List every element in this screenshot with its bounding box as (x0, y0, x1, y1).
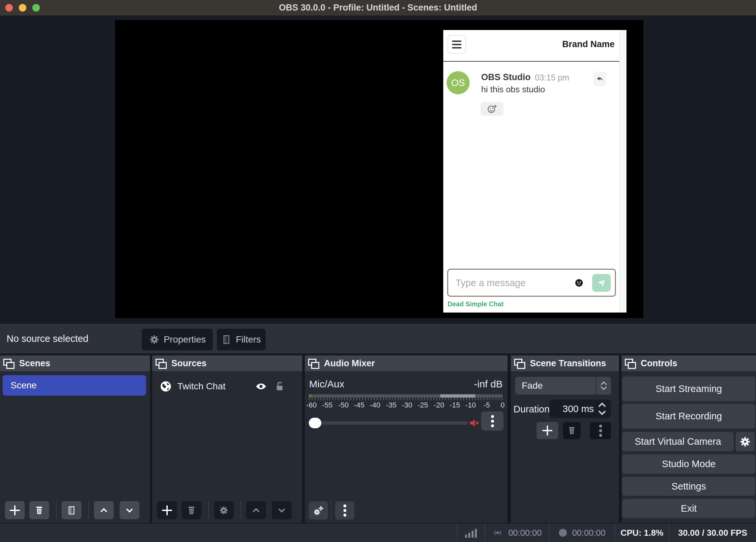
close-window-button[interactable] (5, 4, 13, 12)
minimize-window-button[interactable] (19, 4, 26, 12)
transition-properties-button[interactable] (590, 422, 611, 439)
advanced-audio-properties-button[interactable] (309, 501, 328, 520)
controls-dock-title: Controls (641, 358, 677, 369)
chevron-up-icon (99, 505, 109, 515)
hamburger-icon (452, 41, 461, 42)
start-virtual-camera-label: Start Virtual Camera (635, 436, 721, 447)
source-list-item[interactable]: Twitch Chat (152, 376, 302, 397)
scene-transitions-dock-header[interactable]: Scene Transitions (511, 356, 619, 371)
mixer-channel-menu-button[interactable] (481, 412, 504, 431)
remove-source-button[interactable] (182, 501, 201, 519)
dock-icon (625, 358, 635, 368)
start-streaming-button[interactable]: Start Streaming (622, 377, 755, 401)
chat-brand-name: Brand Name (562, 39, 615, 49)
preview-area: Brand Name OS OBS Studio 03:15 pm hi thi… (0, 15, 756, 324)
cpu-usage-section: CPU: 1.8% (615, 524, 669, 542)
plus-icon (542, 426, 552, 436)
chat-scrollbar[interactable] (620, 30, 626, 313)
tick-label: -50 (338, 401, 349, 410)
record-icon (559, 529, 567, 537)
send-message-button[interactable] (592, 274, 611, 292)
source-status-text: No source selected (7, 324, 88, 354)
chat-menu-button[interactable] (448, 35, 466, 53)
record-time-section: 00:00:00 (549, 524, 615, 542)
start-virtual-camera-button[interactable]: Start Virtual Camera (622, 432, 734, 451)
transition-select[interactable]: Fade (515, 377, 611, 395)
source-item-label: Twitch Chat (177, 381, 225, 392)
select-arrows (596, 377, 611, 395)
tick-label: -60 (306, 401, 317, 410)
controls-dock-header[interactable]: Controls (622, 356, 756, 371)
spinner-down-icon[interactable] (598, 410, 606, 416)
trash-icon (34, 505, 44, 516)
controls-dock: Controls Start Streaming Start Recording… (622, 356, 756, 523)
volume-slider-handle[interactable] (309, 418, 321, 428)
studio-mode-button[interactable]: Studio Mode (622, 454, 755, 474)
kebab-menu-icon (343, 503, 346, 518)
dock-icon (3, 358, 14, 368)
visibility-eye-icon[interactable] (255, 381, 267, 392)
unlock-icon[interactable] (275, 381, 284, 392)
chevron-up-icon (600, 381, 607, 385)
scene-transitions-dock: Scene Transitions Fade Duration 300 ms (511, 356, 619, 523)
chat-provider-link[interactable]: Dead Simple Chat (448, 300, 504, 308)
move-scene-up-button[interactable] (94, 501, 114, 519)
duration-spinner[interactable]: 300 ms (549, 400, 611, 418)
volume-meter (309, 394, 503, 398)
tick-label: -20 (434, 401, 444, 410)
add-reaction-button[interactable] (480, 102, 504, 116)
emoji-picker-icon[interactable] (575, 279, 583, 287)
filters-button[interactable]: Filters (217, 329, 266, 351)
scene-filters-button[interactable] (62, 501, 81, 519)
avatar: OS (447, 71, 470, 94)
volume-meter-ticks (309, 398, 503, 400)
spinner-up-icon[interactable] (598, 402, 606, 408)
dock-icon (514, 358, 525, 368)
kebab-menu-icon (491, 414, 494, 429)
chat-widget-source[interactable]: Brand Name OS OBS Studio 03:15 pm hi thi… (443, 30, 626, 313)
toolbar-separator (56, 501, 57, 519)
plus-icon (162, 505, 172, 515)
volume-slider-track[interactable] (309, 421, 468, 425)
mixer-menu-button[interactable] (335, 501, 354, 520)
toolbar-separator (331, 501, 331, 520)
dock-icon (308, 358, 319, 368)
audio-mixer-dock-header[interactable]: Audio Mixer (305, 356, 508, 371)
exit-button[interactable]: Exit (622, 499, 755, 518)
move-source-down-button[interactable] (272, 501, 292, 519)
tick-label: -25 (418, 401, 428, 410)
sources-dock-header[interactable]: Sources (152, 356, 302, 371)
tick-label: -55 (322, 401, 333, 410)
move-source-up-button[interactable] (246, 501, 266, 519)
add-source-button[interactable] (157, 501, 177, 519)
add-transition-button[interactable] (537, 422, 558, 439)
settings-label: Settings (672, 481, 706, 492)
start-recording-button[interactable]: Start Recording (622, 404, 755, 429)
exit-label: Exit (681, 503, 697, 514)
trash-icon (187, 505, 196, 516)
remove-scene-button[interactable] (29, 501, 49, 519)
scenes-dock-header[interactable]: Scenes (0, 356, 150, 371)
chat-message-input[interactable]: Type a message (447, 269, 616, 297)
mute-icon[interactable] (469, 417, 480, 429)
virtual-camera-settings-button[interactable] (736, 432, 755, 451)
scene-item-label: Scene (11, 380, 37, 391)
source-toolbar: No source selected Properties Filters (0, 324, 756, 354)
audio-mixer-dock-title: Audio Mixer (324, 358, 375, 369)
move-scene-down-button[interactable] (120, 501, 139, 519)
chevron-up-icon (251, 505, 261, 515)
chevron-down-icon (125, 505, 134, 515)
broadcast-icon (492, 528, 503, 538)
trash-icon (567, 426, 576, 436)
zoom-window-button[interactable] (32, 4, 40, 12)
sources-dock: Sources Twitch Chat (152, 356, 302, 523)
scene-list-item[interactable]: Scene (3, 375, 146, 396)
reply-button[interactable] (593, 71, 606, 86)
add-scene-button[interactable] (5, 501, 25, 519)
program-canvas[interactable]: Brand Name OS OBS Studio 03:15 pm hi thi… (115, 20, 643, 318)
remove-transition-button[interactable] (563, 422, 581, 439)
source-properties-button[interactable] (214, 501, 234, 519)
volume-meter-warn-zone (440, 394, 475, 398)
properties-button[interactable]: Properties (142, 329, 213, 351)
settings-button[interactable]: Settings (622, 477, 755, 496)
